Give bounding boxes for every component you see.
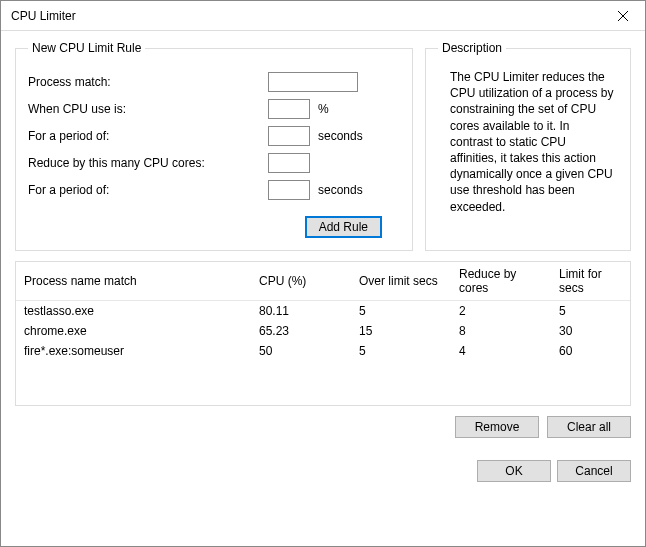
new-rule-legend: New CPU Limit Rule (28, 41, 145, 55)
rules-header-row: Process name match CPU (%) Over limit se… (16, 262, 630, 301)
cell-cpu: 80.11 (251, 301, 351, 322)
cell-over: 5 (351, 301, 451, 322)
col-limit[interactable]: Limit for secs (551, 262, 630, 301)
input-when-cpu[interactable] (268, 99, 310, 119)
rules-table-head: Process name match CPU (%) Over limit se… (16, 262, 630, 301)
cell-limit: 30 (551, 321, 630, 341)
row-reduce: Reduce by this many CPU cores: (28, 153, 400, 173)
new-rule-group: New CPU Limit Rule Process match: When C… (15, 41, 413, 251)
description-text: The CPU Limiter reduces the CPU utilizat… (438, 65, 618, 225)
col-process[interactable]: Process name match (16, 262, 251, 301)
close-icon (618, 11, 628, 21)
col-reduce[interactable]: Reduce by cores (451, 262, 551, 301)
col-cpu[interactable]: CPU (%) (251, 262, 351, 301)
suffix-seconds-1: seconds (318, 129, 363, 143)
row-period-2: For a period of: seconds (28, 180, 400, 200)
cell-limit: 5 (551, 301, 630, 322)
suffix-percent: % (318, 102, 329, 116)
ok-button[interactable]: OK (477, 460, 551, 482)
table-row[interactable]: fire*.exe:someuser505460 (16, 341, 630, 361)
row-period-1: For a period of: seconds (28, 126, 400, 146)
col-over[interactable]: Over limit secs (351, 262, 451, 301)
cell-cpu: 50 (251, 341, 351, 361)
close-button[interactable] (600, 1, 645, 30)
add-rule-row: Add Rule (28, 216, 400, 238)
input-process-match[interactable] (268, 72, 358, 92)
top-row: New CPU Limit Rule Process match: When C… (15, 41, 631, 251)
description-legend: Description (438, 41, 506, 55)
window-title: CPU Limiter (11, 9, 600, 23)
row-when-cpu: When CPU use is: % (28, 99, 400, 119)
rules-table-body: testlasso.exe80.11525chrome.exe65.231583… (16, 301, 630, 362)
cell-over: 5 (351, 341, 451, 361)
cell-process: fire*.exe:someuser (16, 341, 251, 361)
cell-reduce: 8 (451, 321, 551, 341)
remove-button[interactable]: Remove (455, 416, 539, 438)
label-period-1: For a period of: (28, 129, 268, 143)
rules-table: Process name match CPU (%) Over limit se… (16, 262, 630, 361)
label-process-match: Process match: (28, 75, 268, 89)
cell-reduce: 2 (451, 301, 551, 322)
input-reduce[interactable] (268, 153, 310, 173)
cell-cpu: 65.23 (251, 321, 351, 341)
cell-limit: 60 (551, 341, 630, 361)
add-rule-button[interactable]: Add Rule (305, 216, 382, 238)
label-reduce: Reduce by this many CPU cores: (28, 156, 268, 170)
input-period-2[interactable] (268, 180, 310, 200)
cell-over: 15 (351, 321, 451, 341)
cell-process: testlasso.exe (16, 301, 251, 322)
rules-table-container: Process name match CPU (%) Over limit se… (15, 261, 631, 406)
label-when-cpu: When CPU use is: (28, 102, 268, 116)
row-process-match: Process match: (28, 72, 400, 92)
titlebar: CPU Limiter (1, 1, 645, 31)
clear-all-button[interactable]: Clear all (547, 416, 631, 438)
dialog-buttons-row: OK Cancel (15, 448, 631, 482)
input-period-1[interactable] (268, 126, 310, 146)
table-buttons-row: Remove Clear all (15, 416, 631, 438)
suffix-seconds-2: seconds (318, 183, 363, 197)
label-period-2: For a period of: (28, 183, 268, 197)
cell-process: chrome.exe (16, 321, 251, 341)
dialog-content: New CPU Limit Rule Process match: When C… (1, 31, 645, 546)
table-row[interactable]: chrome.exe65.2315830 (16, 321, 630, 341)
dialog-window: CPU Limiter New CPU Limit Rule Process m… (0, 0, 646, 547)
cell-reduce: 4 (451, 341, 551, 361)
table-row[interactable]: testlasso.exe80.11525 (16, 301, 630, 322)
cancel-button[interactable]: Cancel (557, 460, 631, 482)
description-group: Description The CPU Limiter reduces the … (425, 41, 631, 251)
